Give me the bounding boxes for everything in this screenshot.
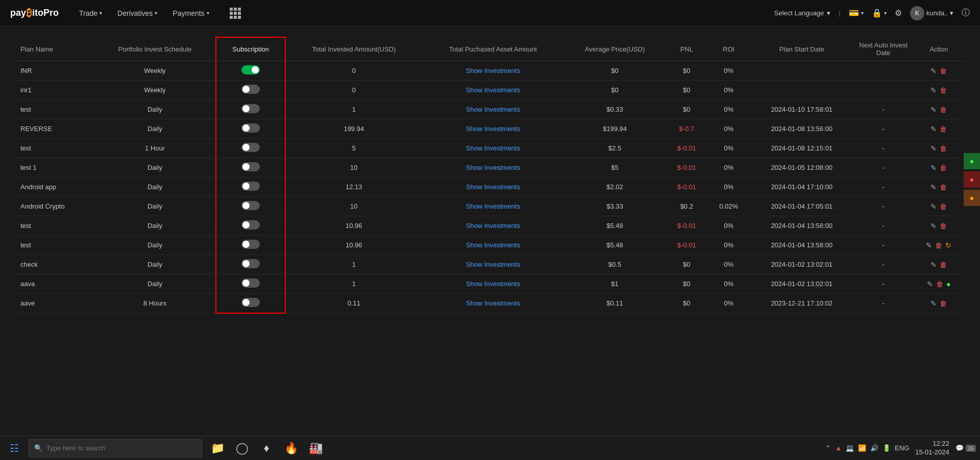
edit-icon[interactable]: ✎	[930, 125, 937, 133]
purchased-amount: Show Investments	[422, 255, 564, 274]
nav-trade[interactable]: Trade ▾	[79, 9, 102, 17]
schedule: Daily	[94, 100, 216, 119]
plan-name: aave	[15, 294, 94, 314]
avg-price: $1	[564, 274, 666, 294]
show-investments-link[interactable]: Show Investments	[466, 241, 520, 249]
search-input[interactable]	[46, 444, 197, 452]
subscription-toggle[interactable]	[241, 259, 260, 268]
float-orange-button[interactable]: ●	[964, 190, 980, 206]
delete-icon[interactable]: 🗑	[940, 222, 947, 230]
extra-app[interactable]: 🏭	[304, 437, 327, 459]
subscription-toggle[interactable]	[241, 298, 260, 307]
show-investments-link[interactable]: Show Investments	[466, 86, 520, 94]
invested-amount: 10	[285, 158, 422, 177]
logo[interactable]: pay₿itoPro	[10, 7, 59, 19]
help-button[interactable]: ⓘ	[962, 8, 970, 18]
subscription-toggle[interactable]	[241, 162, 260, 171]
purchased-amount: Show Investments	[422, 158, 564, 177]
edit-icon[interactable]: ✎	[930, 67, 937, 75]
edit-icon[interactable]: ✎	[927, 280, 933, 288]
show-investments-link[interactable]: Show Investments	[466, 299, 520, 307]
delete-icon[interactable]: 🗑	[940, 144, 947, 152]
avg-price: $0	[564, 61, 666, 81]
show-investments-link[interactable]: Show Investments	[466, 280, 520, 288]
edit-icon[interactable]: ✎	[930, 299, 937, 308]
user-menu[interactable]: K kunda.. ▾	[910, 6, 953, 20]
firefox-app[interactable]: 🔥	[280, 437, 302, 459]
edit-icon[interactable]: ✎	[930, 261, 937, 269]
subscription-toggle[interactable]	[241, 104, 260, 113]
slack-app[interactable]: ♦	[255, 437, 278, 459]
roi: 0.02%	[707, 197, 749, 216]
grid-menu-button[interactable]	[225, 8, 241, 19]
subscription-toggle[interactable]	[241, 85, 260, 94]
delete-icon[interactable]: 🗑	[935, 241, 942, 249]
show-investments-link[interactable]: Show Investments	[466, 106, 520, 113]
nav-payments[interactable]: Payments ▾	[173, 9, 209, 17]
notification-button[interactable]: 💬 26	[955, 444, 976, 452]
show-investments-link[interactable]: Show Investments	[466, 183, 520, 191]
subscription-toggle[interactable]	[241, 278, 260, 288]
edit-icon[interactable]: ✎	[930, 144, 937, 152]
file-explorer-app[interactable]: 📁	[206, 437, 229, 459]
col-action: Action	[913, 37, 965, 61]
subscription-toggle[interactable]	[241, 220, 260, 229]
edit-icon[interactable]: ✎	[930, 202, 937, 211]
delete-icon[interactable]: 🗑	[940, 183, 947, 191]
delete-icon[interactable]: 🗑	[940, 106, 947, 114]
subscription-toggle[interactable]	[241, 65, 260, 74]
pnl: $0	[666, 274, 707, 294]
wallet-button[interactable]: 💳 ▾	[849, 8, 864, 18]
subscription-toggle[interactable]	[241, 182, 260, 191]
avg-price: $0.5	[564, 255, 666, 274]
show-investments-link[interactable]: Show Investments	[466, 144, 520, 152]
float-green-button[interactable]: ●	[964, 153, 980, 169]
search-bar[interactable]: 🔍	[29, 439, 202, 457]
show-investments-link[interactable]: Show Investments	[466, 202, 520, 210]
subscription-toggle[interactable]	[241, 143, 260, 152]
edit-icon[interactable]: ✎	[930, 106, 937, 114]
avg-price: $5.48	[564, 236, 666, 255]
subscription-toggle[interactable]	[241, 123, 260, 133]
delete-icon[interactable]: 🗑	[940, 86, 947, 94]
right-floating-panel: ● ● ●	[964, 153, 980, 206]
roi: 0%	[707, 274, 749, 294]
nav-derivatives[interactable]: Derivatives ▾	[117, 9, 157, 17]
special-icon[interactable]: ●	[946, 280, 950, 288]
edit-icon[interactable]: ✎	[930, 222, 937, 230]
delete-icon[interactable]: 🗑	[940, 67, 947, 75]
schedule: Daily	[94, 177, 216, 197]
recycle-icon[interactable]: ↻	[945, 241, 951, 249]
settings-button[interactable]: ⚙	[895, 8, 902, 18]
edit-icon[interactable]: ✎	[926, 241, 932, 249]
delete-icon[interactable]: 🗑	[940, 261, 947, 269]
subscription-toggle[interactable]	[241, 240, 260, 249]
delete-icon[interactable]: 🗑	[940, 299, 947, 308]
show-investments-link[interactable]: Show Investments	[466, 67, 520, 74]
edit-icon[interactable]: ✎	[930, 164, 937, 172]
language-selector[interactable]: Select Language ▾	[774, 9, 831, 17]
delete-icon[interactable]: 🗑	[940, 125, 947, 133]
edit-icon[interactable]: ✎	[930, 183, 937, 191]
show-investments-link[interactable]: Show Investments	[466, 125, 520, 133]
schedule: Daily	[94, 216, 216, 236]
show-investments-link[interactable]: Show Investments	[466, 164, 520, 171]
float-red-button[interactable]: ●	[964, 171, 980, 188]
taskbar-right: ⌃ ▲ 💻 📶 🔊 🔋 ENG 12:22 15-01-2024 💬 26	[825, 440, 976, 457]
delete-icon[interactable]: 🗑	[940, 164, 947, 172]
table-row: test Daily 10.96 Show Investments $5.48 …	[15, 236, 965, 255]
invested-amount: 0	[285, 81, 422, 100]
subscription-col	[216, 100, 285, 119]
delete-icon[interactable]: 🗑	[936, 280, 943, 288]
delete-icon[interactable]: 🗑	[940, 202, 947, 211]
lock-button[interactable]: 🔒 ▾	[872, 8, 887, 18]
gear-icon: ⚙	[895, 8, 902, 18]
edit-icon[interactable]: ✎	[930, 86, 937, 94]
show-investments-link[interactable]: Show Investments	[466, 222, 520, 229]
start-date: 2024-01-04 13:58:00	[750, 216, 854, 236]
chrome-app[interactable]: ◯	[231, 437, 253, 459]
show-investments-link[interactable]: Show Investments	[466, 261, 520, 268]
tray-chevron[interactable]: ⌃	[825, 444, 831, 452]
start-button[interactable]: ☷	[4, 438, 24, 458]
subscription-toggle[interactable]	[241, 201, 260, 210]
